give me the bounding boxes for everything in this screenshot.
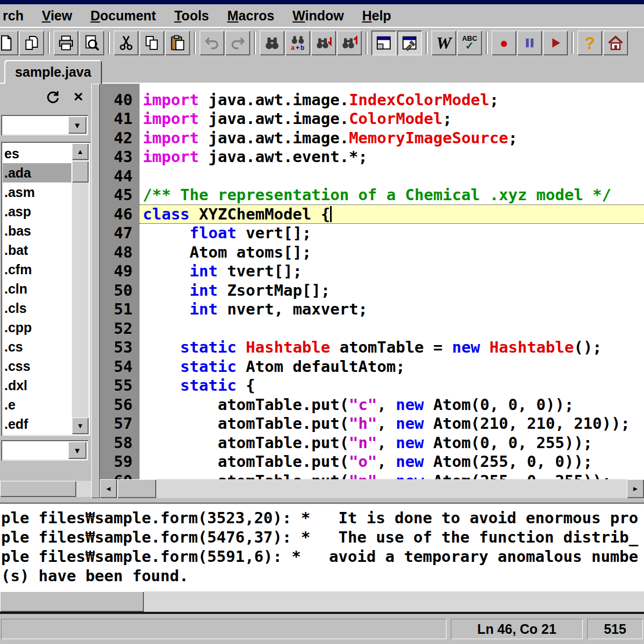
panel-splitter[interactable] (91, 84, 100, 498)
code-line-49[interactable]: 49 int tvert[]; (100, 262, 644, 281)
file-list-item[interactable]: .ada (3, 163, 71, 182)
file-list-item[interactable]: .dxl (3, 376, 71, 395)
code-text[interactable] (140, 166, 644, 186)
scrollbar-thumb[interactable] (118, 479, 156, 498)
window-hscrollbar[interactable] (0, 591, 644, 612)
output-line[interactable]: ple files₩sample.form(5476,37): * The us… (1, 528, 644, 547)
directory-combobox[interactable]: ▼ (1, 440, 88, 460)
menu-rch[interactable]: rch (0, 6, 33, 26)
close-panel-icon[interactable]: × (68, 87, 89, 106)
code-line-42[interactable]: 42import java.awt.image.MemoryImageSourc… (100, 128, 644, 148)
code-line-50[interactable]: 50 int ZsortMap[]; (100, 281, 644, 300)
scroll-right-icon[interactable]: ► (627, 479, 644, 498)
copy-button[interactable] (140, 31, 164, 55)
file-list-item[interactable]: .cln (3, 279, 71, 298)
code-text[interactable]: float vert[]; (140, 224, 644, 243)
code-text[interactable]: atomTable.put("h", new Atom(210, 210, 21… (140, 414, 644, 434)
editor-hscrollbar[interactable]: ◄ ► (100, 479, 644, 498)
code-line-52[interactable]: 52 (100, 319, 644, 338)
code-text[interactable]: int ZsortMap[]; (140, 281, 644, 300)
chevron-down-icon[interactable]: ▼ (68, 442, 86, 459)
output-line[interactable]: ple files₩sample.form(3523,20): * It is … (1, 508, 644, 528)
file-list-item[interactable]: .css (3, 356, 71, 376)
code-text[interactable]: atomTable.put("n", new Atom(0, 0, 255)); (140, 433, 644, 452)
code-text[interactable]: int tvert[]; (140, 262, 644, 281)
menu-view[interactable]: View (33, 6, 82, 26)
file-list-item[interactable]: .cpp (3, 318, 71, 337)
redo-button[interactable] (225, 31, 250, 55)
file-list-item[interactable]: .cs (3, 337, 71, 356)
code-line-47[interactable]: 47 float vert[]; (100, 224, 644, 243)
code-line-55[interactable]: 55 static { (100, 376, 644, 396)
chevron-down-icon[interactable]: ▼ (68, 116, 86, 134)
menu-help[interactable]: Help (353, 6, 400, 26)
code-text[interactable]: import java.awt.image.ColorModel; (140, 109, 644, 129)
print-button[interactable] (54, 31, 78, 55)
scroll-left-icon[interactable]: ◄ (100, 479, 117, 498)
code-area[interactable]: 40import java.awt.image.IndexColorModel;… (100, 84, 644, 479)
cut-button[interactable] (114, 31, 138, 55)
file-list-item[interactable]: .asp (3, 202, 71, 221)
new-document-button[interactable] (0, 31, 18, 55)
find-button[interactable] (260, 31, 284, 55)
scrollbar-thumb[interactable] (72, 161, 89, 182)
code-line-53[interactable]: 53 static Hashtable atomTable = new Hash… (100, 338, 644, 357)
output-line[interactable]: ple files₩sample.form(5591,6): * avoid a… (1, 547, 644, 566)
pause-macro-button[interactable] (517, 31, 542, 55)
code-line-54[interactable]: 54 static Atom defaultAtom; (100, 357, 644, 376)
code-text[interactable]: static Hashtable atomTable = new Hashtab… (140, 338, 644, 357)
code-line-44[interactable]: 44 (100, 166, 644, 186)
file-list-item[interactable]: .bat (3, 240, 71, 260)
code-text[interactable]: atomTable.put("p", new Atom(255, 0, 255)… (140, 471, 644, 479)
code-text[interactable]: import java.awt.image.IndexColorModel; (140, 90, 644, 109)
open-file-button[interactable] (19, 31, 44, 55)
file-filter-combobox[interactable]: ▼ (1, 115, 88, 135)
home-button[interactable] (603, 31, 628, 55)
code-text[interactable]: Atom atoms[]; (140, 243, 644, 262)
code-text[interactable]: class XYZChemModel { (140, 204, 644, 224)
file-list-scrollbar[interactable]: ▲ ▼ (72, 143, 89, 434)
output-line[interactable]: (s) have been found. (1, 566, 644, 586)
file-list-item[interactable]: .cls (3, 298, 71, 318)
code-line-41[interactable]: 41import java.awt.image.ColorModel; (100, 109, 644, 129)
code-line-45[interactable]: 45/** The representation of a Chemical .… (100, 186, 644, 205)
refresh-icon[interactable] (42, 87, 63, 106)
file-panel-hscrollbar[interactable] (0, 481, 91, 497)
file-list-item[interactable]: .e (3, 395, 71, 414)
code-line-40[interactable]: 40import java.awt.image.IndexColorModel; (100, 90, 644, 109)
code-text[interactable]: static { (140, 376, 644, 396)
scrollbar-thumb[interactable] (0, 481, 76, 497)
code-line-43[interactable]: 43import java.awt.event.*; (100, 148, 644, 167)
scroll-down-icon[interactable]: ▼ (72, 418, 89, 434)
code-line-56[interactable]: 56 atomTable.put("c", new Atom(0, 0, 0))… (100, 395, 644, 414)
code-text[interactable]: atomTable.put("o", new Atom(255, 0, 0)); (140, 452, 644, 472)
undo-button[interactable] (200, 31, 224, 55)
record-macro-button[interactable]: ● (492, 31, 516, 55)
spell-check-button[interactable]: ABC✓ (457, 31, 482, 55)
code-line-51[interactable]: 51 int nvert, maxvert; (100, 300, 644, 319)
code-line-58[interactable]: 58 atomTable.put("n", new Atom(0, 0, 255… (100, 433, 644, 452)
print-preview-button[interactable] (79, 31, 104, 55)
menu-tools[interactable]: Tools (165, 6, 218, 26)
find-next-button[interactable] (311, 31, 336, 55)
find-replace-button[interactable]: a+b (286, 31, 310, 55)
file-list-item[interactable]: es (3, 144, 71, 163)
help-button[interactable]: ? (577, 31, 602, 55)
code-line-59[interactable]: 59 atomTable.put("o", new Atom(255, 0, 0… (100, 452, 644, 472)
paste-button[interactable] (165, 31, 190, 55)
code-text[interactable]: import java.awt.event.*; (140, 148, 644, 167)
code-text[interactable]: import java.awt.image.MemoryImageSource; (140, 128, 644, 148)
code-line-46[interactable]: 46class XYZChemModel { (100, 204, 644, 224)
file-list-item[interactable]: .asm (3, 182, 71, 202)
toggle-panel-button[interactable] (371, 31, 396, 55)
menu-document[interactable]: Document (81, 6, 165, 26)
file-list-item[interactable]: .bas (3, 221, 71, 240)
code-text[interactable] (140, 319, 644, 338)
find-in-files-button[interactable] (337, 31, 362, 55)
code-line-60[interactable]: 60 atomTable.put("p", new Atom(255, 0, 2… (100, 471, 644, 479)
toggle-output-button[interactable] (397, 31, 422, 55)
code-line-57[interactable]: 57 atomTable.put("h", new Atom(210, 210,… (100, 414, 644, 434)
code-text[interactable]: /** The representation of a Chemical .xy… (140, 186, 644, 205)
code-line-48[interactable]: 48 Atom atoms[]; (100, 243, 644, 262)
menu-window[interactable]: Window (283, 6, 353, 26)
